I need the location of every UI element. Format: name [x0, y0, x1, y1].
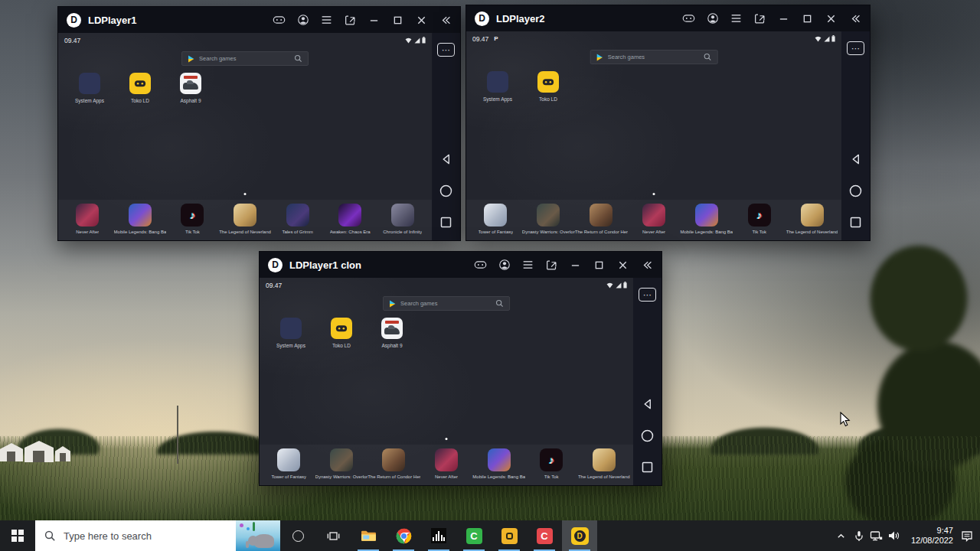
- android-home-button[interactable]: [849, 184, 862, 197]
- android-back-button[interactable]: [850, 153, 861, 165]
- app-system-apps[interactable]: System Apps: [266, 318, 316, 348]
- start-button[interactable]: [0, 520, 35, 551]
- window-titlebar[interactable]: D LDPlayer1 clon: [260, 252, 662, 278]
- dock-app-condor-heroes[interactable]: The Return of Condor Heroes: [368, 448, 420, 479]
- window-titlebar[interactable]: D LDPlayer1: [58, 7, 460, 33]
- task-view-taskbar-button[interactable]: [315, 520, 351, 551]
- collapse-sidebar-icon[interactable]: [843, 5, 867, 31]
- dock-app-condor-heroes[interactable]: The Return of Condor Heroes: [575, 204, 628, 234]
- gamepad-icon[interactable]: [677, 5, 701, 31]
- search-decoration-image[interactable]: [236, 520, 280, 551]
- windows-logo-icon: [11, 530, 24, 542]
- android-home-button[interactable]: [439, 184, 452, 197]
- dock-app-tiktok[interactable]: ♪Tik Tok: [166, 204, 219, 234]
- chrome-taskbar-button[interactable]: [386, 520, 421, 551]
- dock-app-tales-of-grimm[interactable]: Tales of Grimm: [271, 204, 324, 234]
- sync-window-icon[interactable]: [540, 252, 564, 278]
- android-home-screen[interactable]: 09.47 P Search games: [466, 31, 841, 240]
- app-toko-ld[interactable]: Toko LD: [316, 318, 367, 348]
- chronicle-infinity-icon: [391, 204, 414, 227]
- gamepad-icon[interactable]: [267, 7, 291, 33]
- dock-app-label: Tower of Fantasy: [479, 230, 514, 234]
- collapse-sidebar-icon[interactable]: [433, 7, 457, 33]
- dock-app-mobile-legends[interactable]: Mobile Legends: Bang Bang: [680, 204, 733, 234]
- dock-app-chronicle-infinity[interactable]: Chronicle of Infinity: [376, 204, 429, 234]
- android-home-screen[interactable]: 09.47 Search games: [58, 33, 432, 240]
- taskbar-search-input[interactable]: Type here to search: [35, 520, 280, 551]
- dock-app-awaken-chaos-era[interactable]: Awaken: Chaos Era: [324, 204, 377, 234]
- dock-app-never-after[interactable]: Never After: [420, 448, 473, 479]
- search-games-bar[interactable]: Search games: [181, 51, 309, 66]
- app-asphalt9[interactable]: Asphalt 9: [165, 73, 216, 103]
- app-toko-ld[interactable]: Toko LD: [115, 73, 165, 103]
- search-games-bar[interactable]: Search games: [590, 50, 718, 64]
- search-games-bar[interactable]: Search games: [383, 296, 510, 311]
- window-titlebar[interactable]: D LDPlayer2: [466, 5, 870, 31]
- dock-app-never-after[interactable]: Never After: [61, 204, 114, 234]
- sync-window-icon[interactable]: [748, 5, 772, 31]
- dock-app-tower-of-fantasy[interactable]: Tower of Fantasy: [263, 448, 315, 479]
- collapse-sidebar-icon[interactable]: [635, 252, 658, 278]
- account-icon[interactable]: [492, 252, 516, 278]
- dock-app-legend-neverland[interactable]: The Legend of Neverland: [577, 448, 630, 479]
- camtasia-green-taskbar-button[interactable]: C: [456, 520, 492, 551]
- emulator-side-toolbar: ⋯: [432, 33, 460, 240]
- network-icon[interactable]: [867, 520, 885, 551]
- app-toko-ld[interactable]: Toko LD: [523, 71, 573, 102]
- taskbar-clock[interactable]: 9:47 12/08/2022: [903, 526, 958, 546]
- dock-app-mobile-legends[interactable]: Mobile Legends: Bang Bang: [472, 448, 525, 479]
- volume-icon[interactable]: [885, 520, 903, 551]
- audio-levels-taskbar-button[interactable]: [421, 520, 456, 551]
- close-button[interactable]: [611, 252, 635, 278]
- android-back-button[interactable]: [440, 153, 452, 165]
- mobile-legends-icon: [488, 448, 511, 471]
- ldplayer-logo-icon: D: [67, 13, 81, 28]
- account-icon[interactable]: [291, 7, 315, 33]
- dock-app-dynasty-warriors[interactable]: Dynasty Warriors: Overlords: [522, 204, 575, 234]
- close-button[interactable]: [410, 7, 433, 33]
- dock-app-tiktok[interactable]: ♪Tik Tok: [525, 448, 578, 479]
- dock-app-legend-neverland[interactable]: The Legend of Neverland: [786, 204, 838, 234]
- android-home-screen[interactable]: 09.47 Search games: [260, 278, 633, 485]
- android-recents-button[interactable]: [440, 217, 452, 228]
- menu-icon[interactable]: [516, 252, 540, 278]
- ldplayer-taskbar-button[interactable]: D: [562, 520, 597, 551]
- maximize-button[interactable]: [386, 7, 410, 33]
- android-back-button[interactable]: [642, 398, 653, 410]
- more-options-button[interactable]: ⋯: [847, 41, 864, 55]
- app-system-apps[interactable]: System Apps: [64, 73, 115, 103]
- gamepad-icon[interactable]: [469, 252, 492, 278]
- app-system-apps[interactable]: System Apps: [472, 71, 523, 102]
- dock-app-mobile-legends[interactable]: Mobile Legends: Bang Bang: [114, 204, 167, 234]
- cortana-button[interactable]: [280, 520, 315, 551]
- maximize-button[interactable]: [795, 5, 819, 31]
- dock-app-legend-neverland[interactable]: The Legend of Neverland: [219, 204, 272, 234]
- minimize-button[interactable]: [362, 7, 386, 33]
- account-icon[interactable]: [701, 5, 724, 31]
- minimize-button[interactable]: [772, 5, 795, 31]
- sync-window-icon[interactable]: [338, 7, 362, 33]
- more-options-button[interactable]: ⋯: [639, 288, 656, 302]
- dock-app-tower-of-fantasy[interactable]: Tower of Fantasy: [469, 204, 522, 234]
- microphone-icon[interactable]: [850, 520, 867, 551]
- menu-icon[interactable]: [724, 5, 748, 31]
- recorder-yellow-taskbar-button[interactable]: [492, 520, 527, 551]
- dock-app-tiktok[interactable]: ♪Tik Tok: [733, 204, 786, 234]
- more-options-button[interactable]: ⋯: [437, 43, 455, 57]
- close-button[interactable]: [819, 5, 843, 31]
- app-asphalt9[interactable]: Asphalt 9: [367, 318, 417, 348]
- android-home-button[interactable]: [641, 429, 654, 442]
- camtasia-red-taskbar-button[interactable]: C: [527, 520, 562, 551]
- dock-app-never-after[interactable]: Never After: [628, 204, 681, 234]
- android-recents-button[interactable]: [642, 461, 653, 473]
- hidden-icons-chevron[interactable]: [832, 520, 850, 551]
- file-explorer-taskbar-button[interactable]: [351, 520, 386, 551]
- app-label: Toko LD: [131, 98, 149, 103]
- page-indicator-dot: [244, 193, 247, 195]
- action-center-icon[interactable]: [958, 520, 975, 551]
- android-recents-button[interactable]: [850, 217, 861, 228]
- minimize-button[interactable]: [564, 252, 587, 278]
- dock-app-dynasty-warriors[interactable]: Dynasty Warriors: Overlords: [315, 448, 368, 479]
- menu-icon[interactable]: [315, 7, 338, 33]
- maximize-button[interactable]: [587, 252, 611, 278]
